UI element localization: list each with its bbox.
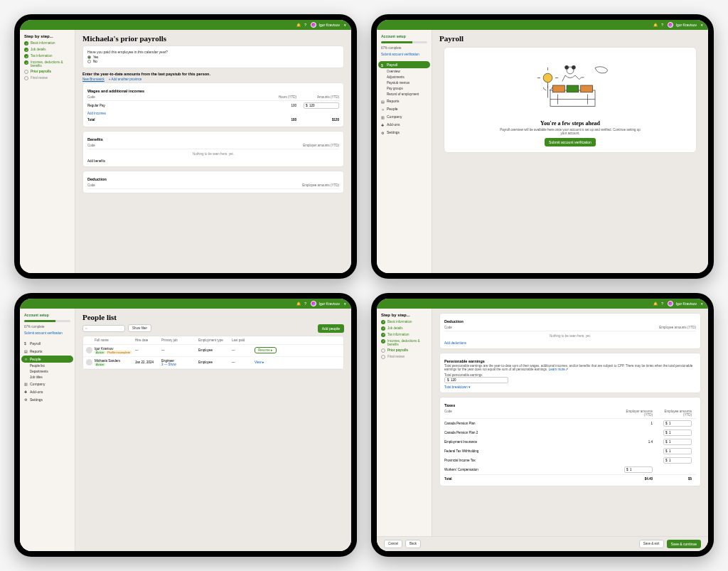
nav-job-titles[interactable]: Job titles: [21, 375, 73, 380]
step-final-review[interactable]: Final review: [21, 75, 73, 81]
nav-people-list[interactable]: People list: [21, 363, 73, 368]
step-job-details[interactable]: ✓Job details: [378, 326, 430, 331]
bell-icon[interactable]: 🔔: [653, 301, 658, 306]
pe-value-input[interactable]: [444, 377, 508, 383]
step-basic-info[interactable]: ✓Basic information: [378, 319, 430, 325]
nav-reports[interactable]: ▤Reports: [21, 348, 73, 355]
show-more-link[interactable]: 3 — Show: [161, 363, 176, 366]
user-name[interactable]: Igor Kravtsov: [676, 23, 697, 27]
wage-amount-input[interactable]: [304, 102, 339, 109]
col-etype[interactable]: Employment type: [198, 338, 230, 342]
chevron-down-icon[interactable]: ▾: [343, 301, 347, 306]
nav-settings[interactable]: ⚙Settings: [378, 129, 430, 136]
chevron-down-icon[interactable]: ▾: [700, 301, 704, 306]
nav-addons[interactable]: ✚Add-ons: [378, 121, 430, 128]
help-icon[interactable]: ?: [304, 301, 308, 306]
total-breakdown-toggle[interactable]: Total breakdown ▾: [444, 385, 471, 389]
step-job-details[interactable]: ✓Job details: [21, 47, 73, 53]
show-filter-button[interactable]: Show filter: [128, 324, 151, 332]
screen-prior-payrolls: 🔔 ? Igor Kravtsov ▾ Step by step... ✓Bas…: [20, 20, 351, 273]
step-incomes[interactable]: ✓Incomes, deductions & benefits: [378, 338, 430, 347]
nav-company[interactable]: ▥Company: [378, 113, 430, 120]
main-content: Michaela's prior payrolls Have you paid …: [75, 30, 351, 273]
nav-people[interactable]: ☺People: [21, 356, 73, 363]
resume-button[interactable]: Resume ▸: [255, 347, 277, 353]
col-last[interactable]: Last paid: [232, 338, 253, 342]
chevron-down-icon[interactable]: ▾: [700, 23, 704, 27]
nav-payroll[interactable]: $Payroll: [21, 340, 73, 347]
row-name[interactable]: Michaela Sanders: [95, 359, 134, 363]
tax-ee-input[interactable]: [663, 439, 692, 445]
svg-point-0: [543, 73, 552, 82]
user-name[interactable]: Igor Kravtsov: [676, 301, 697, 306]
nav-payroll[interactable]: $Payroll: [378, 61, 430, 68]
nav-company[interactable]: ▥Company: [21, 380, 73, 388]
setup-verify-link[interactable]: Submit account verification: [378, 52, 430, 57]
nav-reports[interactable]: ▤Reports: [378, 97, 430, 105]
tax-er-input[interactable]: [624, 466, 653, 473]
save-continue-button[interactable]: Save & continue: [667, 540, 701, 548]
card-wages: Wages and additional incomes CodeHours (…: [82, 82, 344, 127]
bell-icon[interactable]: 🔔: [296, 23, 301, 27]
save-exit-button[interactable]: Save & exit: [639, 540, 664, 548]
row-name[interactable]: Igor Kravtsov: [95, 347, 134, 351]
nav-people[interactable]: ☺People: [378, 105, 430, 112]
help-icon[interactable]: ?: [660, 301, 665, 306]
radio-no[interactable]: No: [87, 60, 339, 63]
col-name[interactable]: Full name: [95, 338, 134, 342]
add-benefits-link[interactable]: Add benefits: [87, 159, 105, 163]
bell-icon[interactable]: 🔔: [296, 301, 301, 306]
screen-taxes: 🔔 ? Igor Kravtsov ▾ Step by step... ✓Bas…: [377, 299, 708, 552]
help-icon[interactable]: ?: [304, 23, 308, 27]
tax-ee-input[interactable]: [663, 457, 692, 464]
user-name[interactable]: Igor Kravtsov: [319, 301, 340, 306]
circle-icon: [24, 70, 28, 74]
add-incomes-link[interactable]: Add incomes: [87, 112, 254, 115]
nav-departments[interactable]: Departments: [21, 369, 73, 374]
view-button[interactable]: View ▸: [255, 361, 264, 364]
tax-ee-input[interactable]: [663, 429, 692, 436]
setup-verify-link[interactable]: Submit account verification: [21, 331, 73, 336]
learn-more-link[interactable]: Learn more: [549, 368, 565, 371]
step-incomes[interactable]: ✓Incomes, deductions & benefits: [21, 60, 73, 68]
add-deductions-link[interactable]: Add deductions: [444, 341, 466, 345]
step-tax-info[interactable]: ✓Tax information: [21, 53, 73, 59]
user-name[interactable]: Igor Kravtsov: [319, 23, 340, 27]
nav-payroll-memos[interactable]: Paystub memos: [378, 80, 430, 85]
nav-settings[interactable]: ⚙Settings: [21, 396, 73, 403]
tablet-2: 🔔 ? Igor Kravtsov ▾ Account setup 67% co…: [371, 14, 714, 279]
sidebar-stepper: Step by step... ✓Basic information ✓Job …: [377, 309, 432, 537]
nav-payroll-paygroups[interactable]: Pay groups: [378, 86, 430, 91]
step-basic-info[interactable]: ✓Basic information: [21, 41, 73, 46]
search-input[interactable]: ⌕: [82, 325, 125, 332]
help-icon[interactable]: ?: [660, 23, 665, 27]
add-province-link[interactable]: + Add another province: [109, 78, 141, 81]
col-hire[interactable]: Hire date: [135, 338, 160, 342]
hero-cta-button[interactable]: Submit account verification: [545, 138, 596, 146]
tax-ee-input[interactable]: [663, 420, 692, 427]
svg-rect-11: [567, 85, 579, 92]
avatar[interactable]: [311, 301, 316, 306]
bell-icon[interactable]: 🔔: [653, 23, 658, 27]
nav-payroll-adjustments[interactable]: Adjustments: [378, 75, 430, 80]
col-primary[interactable]: Primary job: [161, 338, 197, 342]
topbar: 🔔 ? Igor Kravtsov ▾: [20, 20, 351, 30]
nav-payroll-overview[interactable]: Overview: [378, 69, 430, 74]
add-people-button[interactable]: Add people: [318, 324, 344, 333]
back-button[interactable]: Back: [405, 540, 421, 548]
radio-yes[interactable]: Yes: [87, 55, 339, 59]
cancel-button[interactable]: Cancel: [384, 540, 402, 548]
step-final-review[interactable]: Final review: [378, 354, 430, 360]
avatar[interactable]: [311, 22, 316, 28]
step-tax-info[interactable]: ✓Tax information: [378, 332, 430, 338]
avatar[interactable]: [668, 301, 673, 306]
chevron-down-icon[interactable]: ▾: [343, 23, 347, 27]
nav-addons[interactable]: ✚Add-ons: [21, 388, 73, 395]
province-tab[interactable]: New Brunswick: [82, 78, 105, 81]
tax-ee-input[interactable]: [663, 448, 692, 454]
avatar[interactable]: [668, 22, 673, 28]
check-icon: ✓: [381, 326, 385, 331]
nav-payroll-roe[interactable]: Record of employment: [378, 92, 430, 97]
step-prior-payrolls[interactable]: Prior payrolls: [378, 348, 430, 353]
step-prior-payrolls[interactable]: Prior payrolls: [21, 69, 73, 75]
